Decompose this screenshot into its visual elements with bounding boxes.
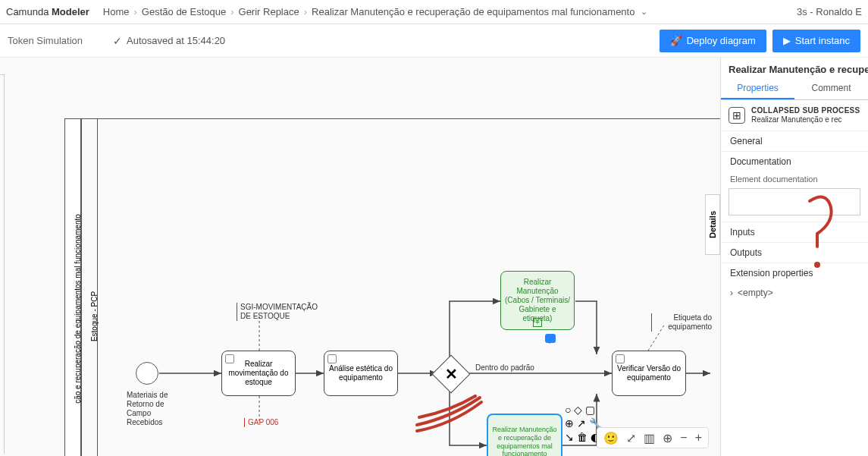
text-annotation-etiqueta[interactable]: Etiqueta do equipamento [651, 313, 712, 332]
panel-tabs: Properties Comment [721, 78, 868, 100]
action-bar: Token Simulation ✓ Autosaved at 15:44:20… [0, 24, 868, 58]
task-label: Análise estética do equipamento [327, 364, 394, 382]
text-annotation-sgi[interactable]: SGI-MOVIMENTAÇÃO DE ESTOQUE [237, 303, 327, 321]
append-task-icon[interactable]: ▢ [585, 404, 595, 416]
rocket-icon: 🚀 [670, 35, 682, 46]
tab-comments[interactable]: Comment [794, 78, 868, 99]
element-name: Realizar Manutenção e rec [751, 115, 860, 124]
app-logo: Camunda Modeler [6, 6, 89, 17]
zoom-in-icon[interactable]: + [695, 431, 702, 445]
text-annotation-gap[interactable]: GAP 006 [244, 418, 278, 427]
bpmn-diagram: ção e recuperação de equipamentos mal fu… [64, 118, 716, 456]
section-outputs[interactable]: Outputs [721, 242, 868, 263]
reset-view-icon[interactable]: ⊕ [663, 431, 672, 445]
change-type-icon[interactable]: ↗ [577, 417, 586, 429]
user-label: 3s - Ronaldo E [797, 6, 862, 17]
subprocess-type-icon: ⊞ [729, 107, 745, 124]
crumb-gerir[interactable]: Gerir Replace [239, 6, 299, 17]
section-general[interactable]: General [721, 131, 868, 151]
workspace: ção e recuperação de equipamentos mal fu… [0, 58, 868, 456]
properties-panel: Realizar Manutenção e recupera Propertie… [720, 58, 868, 456]
panel-title: Realizar Manutenção e recupera [721, 58, 868, 78]
play-icon: ▶ [783, 35, 791, 46]
lane-label: Estoque - PCP [90, 256, 99, 377]
details-tab-toggle[interactable]: Details [705, 194, 720, 255]
section-inputs[interactable]: Inputs [721, 222, 868, 242]
element-type: COLLAPSED SUB PROCESS [751, 106, 860, 115]
task-movimentacao[interactable]: Realizar movimentação do estoque [221, 351, 296, 396]
documentation-textarea[interactable] [729, 188, 860, 215]
task-analise[interactable]: Análise estética do equipamento [324, 351, 398, 396]
diagram-canvas[interactable]: ção e recuperação de equipamentos mal fu… [0, 58, 720, 456]
token-simulation-toggle[interactable]: Token Simulation [8, 35, 83, 46]
start-label: Start instanc [795, 35, 850, 46]
extension-empty-row[interactable]: ›<empty> [721, 283, 868, 303]
manual-task-icon [616, 354, 625, 363]
subprocess-placas-selected[interactable]: Realizar Manutenção e recuperação de equ… [487, 414, 562, 456]
subprocess-label: Realizar Manutenção e recuperação de equ… [491, 426, 558, 456]
subprocess-label: Realizar Manutenção (Cabos / Terminais/ … [504, 278, 571, 323]
delete-icon[interactable]: 🗑 [577, 431, 588, 443]
task-label: Verificar Versão do equipamento [616, 364, 682, 382]
feedback-icon[interactable]: 🙂 [603, 431, 619, 445]
user-task-icon [225, 354, 234, 363]
append-end-event-icon[interactable]: ○ [565, 404, 571, 416]
start-instance-button[interactable]: ▶ Start instanc [772, 30, 860, 52]
lane-header[interactable]: Estoque - PCP [81, 119, 98, 456]
crumb-estoque[interactable]: Gestão de Estoque [142, 6, 226, 17]
flow-label-padrao: Dentro do padrão [475, 363, 534, 373]
crumb-current[interactable]: Realizar Manutenção e recuperação de equ… [312, 6, 635, 17]
deploy-label: Deploy diagram [687, 35, 756, 46]
start-event[interactable] [136, 362, 158, 385]
lane: Estoque - PCP [81, 118, 720, 456]
top-bar: Camunda Modeler Home› Gestão de Estoque›… [0, 0, 868, 24]
expand-icon[interactable]: + [533, 318, 542, 327]
tab-properties[interactable]: Properties [721, 78, 794, 99]
fullscreen-icon[interactable]: ⤢ [626, 431, 636, 445]
element-header: ⊞ COLLAPSED SUB PROCESS Realizar Manuten… [721, 100, 868, 131]
canvas-tools: 🙂 ⤢ ▥ ⊕ − + [597, 427, 709, 448]
manual-task-icon [327, 354, 337, 363]
chevron-down-icon[interactable]: ⌄ [641, 7, 647, 17]
append-gateway-icon[interactable]: ◇ [574, 404, 582, 416]
deploy-button[interactable]: 🚀 Deploy diagram [660, 30, 766, 52]
task-verificar-versao[interactable]: Verificar Versão do equipamento [612, 351, 686, 396]
connect-icon[interactable]: ↘ [565, 431, 574, 443]
zoom-out-icon[interactable]: − [680, 431, 687, 445]
comment-icon[interactable] [545, 334, 556, 343]
section-extension[interactable]: Extension properties [721, 263, 868, 283]
details-label: Details [708, 211, 717, 238]
pool[interactable]: ção e recuperação de equipamentos mal fu… [64, 118, 81, 456]
palette-edge [0, 74, 5, 454]
start-event-label: Materiais de Retorno de Campo Recebidos [127, 391, 180, 427]
crumb-home[interactable]: Home [103, 6, 130, 17]
task-label: Realizar movimentação do estoque [225, 360, 292, 387]
exclusive-gateway[interactable]: ✕ [432, 355, 471, 394]
breadcrumb: Home› Gestão de Estoque› Gerir Replace› … [103, 6, 648, 17]
check-icon: ✓ [113, 35, 122, 47]
annotation-icon[interactable]: ⊕ [565, 417, 574, 429]
minimap-icon[interactable]: ▥ [644, 431, 655, 445]
section-documentation[interactable]: Documentation [721, 151, 868, 171]
subprocess-cabos[interactable]: Realizar Manutenção (Cabos / Terminais/ … [500, 271, 575, 330]
doc-field-label: Element documentation [721, 171, 868, 185]
autosave-label: Autosaved at 15:44:20 [127, 35, 225, 46]
